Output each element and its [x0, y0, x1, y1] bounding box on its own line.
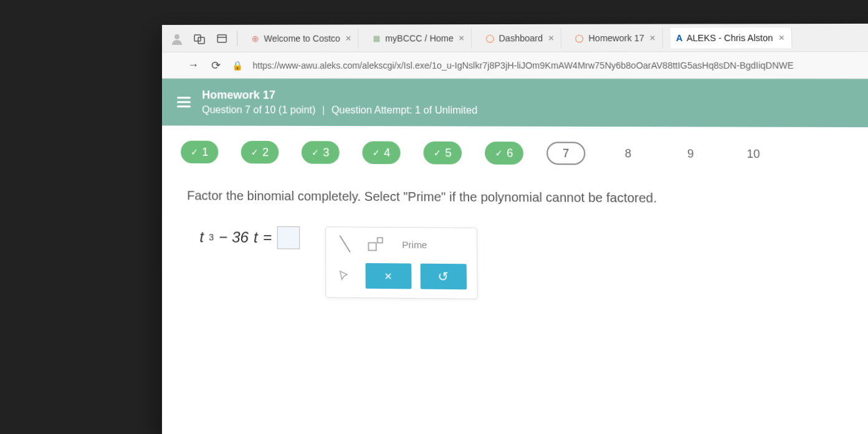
- svg-line-5: [340, 236, 350, 253]
- reset-icon: ↺: [437, 269, 449, 284]
- expr-eq: =: [263, 229, 272, 247]
- close-icon[interactable]: ✕: [546, 34, 556, 42]
- tab-aleks[interactable]: A ALEKS - Chris Alston ✕: [670, 27, 792, 48]
- reload-icon[interactable]: ⟳: [209, 59, 222, 71]
- site-icon: ▦: [371, 33, 381, 43]
- x-icon: ×: [384, 269, 392, 284]
- question-pill-6[interactable]: ✓ 6: [485, 142, 523, 165]
- site-icon: ◯: [575, 32, 585, 42]
- site-icon: ◯: [485, 33, 495, 43]
- question-pill-7[interactable]: 7: [546, 142, 586, 165]
- svg-rect-2: [198, 37, 204, 43]
- tab-homework17[interactable]: ◯ Homework 17 ✕: [569, 27, 663, 48]
- site-icon: ◎: [250, 33, 260, 43]
- pill-number: 8: [625, 147, 632, 160]
- question-info: Question 7 of 10 (1 point) | Question At…: [202, 104, 477, 116]
- expr-var: t: [199, 228, 204, 246]
- svg-rect-3: [217, 34, 226, 42]
- close-icon[interactable]: ✕: [457, 34, 466, 42]
- svg-point-0: [174, 34, 179, 39]
- browser-titlebar: ◎ Welcome to Costco ✕ ▦ myBCCC / Home ✕ …: [162, 24, 868, 52]
- pill-number: 4: [384, 146, 390, 159]
- pill-number: 9: [687, 147, 694, 161]
- work-area: t3 − 36t = Prime: [187, 226, 867, 303]
- workspaces-icon[interactable]: [192, 31, 207, 46]
- pill-number: 2: [262, 146, 269, 159]
- tab-dashboard[interactable]: ◯ Dashboard ✕: [480, 27, 562, 48]
- hamburger-icon[interactable]: [177, 97, 191, 107]
- check-icon: ✓: [251, 147, 259, 157]
- aleks-brand-icon: A: [676, 32, 683, 42]
- pill-number: 3: [323, 146, 329, 159]
- tab-label: Welcome to Costco: [264, 33, 340, 43]
- pill-number: 1: [202, 145, 208, 158]
- expression: t3 − 36t =: [199, 226, 300, 249]
- address-bar: → ⟳ 🔒 https://www-awu.aleks.com/alekscgi…: [162, 52, 868, 79]
- tab-label: myBCCC / Home: [385, 33, 454, 43]
- tabactions-icon[interactable]: [214, 31, 229, 46]
- question-prompt: Factor the binomial completely. Select "…: [187, 188, 866, 206]
- question-nav: ✓ 1 ✓ 2 ✓ 3 ✓ 4 ✓ 5 ✓ 6 7 8 9: [162, 125, 868, 185]
- profile-icon[interactable]: [169, 31, 184, 46]
- question-pill-1[interactable]: ✓ 1: [181, 141, 218, 164]
- close-icon[interactable]: ✕: [777, 33, 786, 42]
- divider: [237, 31, 237, 46]
- svg-rect-7: [377, 238, 382, 243]
- pill-number: 5: [445, 146, 451, 159]
- pill-number: 6: [507, 147, 513, 160]
- question-pill-3[interactable]: ✓ 3: [302, 141, 340, 164]
- math-toolbox: Prime × ↺: [325, 226, 477, 299]
- clear-button[interactable]: ×: [365, 263, 411, 289]
- check-icon: ✓: [191, 147, 198, 157]
- question-count: Question 7 of 10 (1 point): [202, 104, 315, 115]
- question-pill-9[interactable]: 9: [671, 142, 710, 165]
- expr-var2: t: [254, 229, 258, 246]
- tab-label: ALEKS - Chris Alston: [687, 32, 773, 43]
- question-pill-2[interactable]: ✓ 2: [241, 141, 279, 164]
- answer-input[interactable]: [277, 226, 300, 249]
- question-pill-10[interactable]: 10: [733, 142, 773, 165]
- exponent-tool-icon[interactable]: [366, 234, 384, 254]
- check-icon: ✓: [434, 148, 441, 158]
- question-pill-8[interactable]: 8: [609, 142, 648, 165]
- tab-mybccc[interactable]: ▦ myBCCC / Home ✕: [366, 28, 472, 49]
- reset-button[interactable]: ↺: [420, 264, 466, 290]
- check-icon: ✓: [312, 147, 319, 157]
- attempt-info: Question Attempt: 1 of Unlimited: [331, 105, 478, 116]
- browser-window: ◎ Welcome to Costco ✕ ▦ myBCCC / Home ✕ …: [162, 24, 868, 434]
- svg-rect-6: [368, 243, 376, 250]
- fraction-tool-icon[interactable]: [336, 234, 354, 254]
- separator: |: [322, 105, 325, 115]
- check-icon: ✓: [495, 148, 503, 158]
- cursor-icon: [336, 268, 351, 284]
- close-icon[interactable]: ✕: [648, 33, 657, 42]
- header-text: Homework 17 Question 7 of 10 (1 point) |…: [202, 89, 477, 116]
- forward-icon[interactable]: →: [187, 59, 199, 71]
- close-icon[interactable]: ✕: [344, 34, 353, 42]
- tool-row-top: Prime: [336, 234, 466, 255]
- question-pill-5[interactable]: ✓ 5: [423, 142, 462, 165]
- homework-title: Homework 17: [202, 89, 477, 102]
- svg-rect-1: [194, 34, 201, 41]
- question-content: Factor the binomial completely. Select "…: [162, 182, 868, 329]
- assignment-header: Homework 17 Question 7 of 10 (1 point) |…: [162, 79, 868, 127]
- tab-costco[interactable]: ◎ Welcome to Costco ✕: [245, 28, 358, 48]
- prime-button[interactable]: Prime: [397, 236, 432, 253]
- check-icon: ✓: [373, 148, 380, 158]
- lock-icon: 🔒: [232, 60, 242, 70]
- url-text[interactable]: https://www-awu.aleks.com/alekscgi/x/Isl…: [252, 60, 863, 70]
- tool-row-bottom: × ↺: [336, 263, 467, 290]
- pill-number: 10: [746, 147, 760, 161]
- question-pill-4[interactable]: ✓ 4: [362, 141, 400, 164]
- pill-number: 7: [563, 147, 570, 160]
- expr-mid: − 36: [219, 228, 249, 246]
- tab-label: Homework 17: [588, 32, 644, 42]
- expr-exponent: 3: [209, 232, 214, 242]
- tab-label: Dashboard: [498, 33, 543, 43]
